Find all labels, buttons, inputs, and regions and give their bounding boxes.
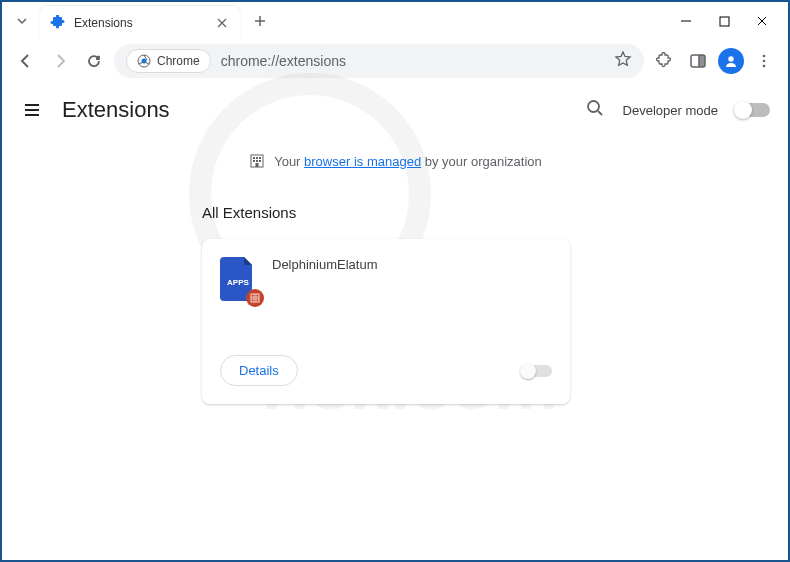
- tab-close-button[interactable]: [214, 15, 230, 31]
- developer-mode-label: Developer mode: [623, 103, 718, 118]
- svg-rect-25: [251, 294, 259, 302]
- extension-puzzle-icon: [50, 15, 66, 31]
- section-title: All Extensions: [202, 204, 788, 221]
- chrome-menu-button[interactable]: [750, 47, 778, 75]
- address-bar[interactable]: Chrome chrome://extensions: [114, 44, 644, 78]
- details-button[interactable]: Details: [220, 355, 298, 386]
- svg-rect-23: [256, 163, 259, 167]
- extension-card: APPS DelphiniumElatum Details: [202, 239, 570, 404]
- extension-enable-toggle[interactable]: [522, 365, 552, 377]
- search-button[interactable]: [585, 98, 605, 122]
- svg-point-12: [763, 60, 766, 63]
- page-header: Extensions Developer mode: [2, 82, 788, 138]
- svg-rect-20: [253, 160, 255, 162]
- window-controls: [676, 11, 780, 31]
- svg-line-15: [598, 111, 602, 115]
- svg-rect-19: [259, 157, 261, 159]
- managed-banner: Your browser is managed by your organiza…: [2, 138, 788, 184]
- svg-rect-9: [699, 55, 705, 67]
- url-text: chrome://extensions: [221, 53, 604, 69]
- tab-dropdown-button[interactable]: [10, 9, 34, 33]
- profile-avatar[interactable]: [718, 48, 744, 74]
- close-window-button[interactable]: [752, 11, 772, 31]
- reload-button[interactable]: [80, 47, 108, 75]
- svg-rect-21: [256, 160, 258, 162]
- site-chip[interactable]: Chrome: [126, 49, 211, 73]
- banner-prefix: Your: [274, 154, 304, 169]
- page-title: Extensions: [62, 97, 170, 123]
- tab-title: Extensions: [74, 16, 214, 30]
- menu-button[interactable]: [20, 98, 44, 122]
- forward-button[interactable]: [46, 47, 74, 75]
- svg-rect-18: [256, 157, 258, 159]
- minimize-button[interactable]: [676, 11, 696, 31]
- browser-toolbar: Chrome chrome://extensions: [2, 40, 788, 82]
- svg-point-10: [728, 56, 733, 61]
- titlebar: Extensions: [2, 2, 788, 40]
- extension-name: DelphiniumElatum: [272, 257, 378, 337]
- svg-text:APPS: APPS: [227, 278, 249, 287]
- svg-point-11: [763, 55, 766, 58]
- building-icon: [248, 152, 266, 170]
- banner-suffix: by your organization: [421, 154, 542, 169]
- svg-point-14: [588, 101, 599, 112]
- svg-rect-17: [253, 157, 255, 159]
- bookmark-star-icon[interactable]: [614, 50, 632, 72]
- extensions-menu-button[interactable]: [650, 47, 678, 75]
- extension-icon: APPS: [220, 257, 256, 301]
- managed-badge-icon: [246, 289, 264, 307]
- maximize-button[interactable]: [714, 11, 734, 31]
- svg-rect-4: [720, 17, 729, 26]
- side-panel-button[interactable]: [684, 47, 712, 75]
- back-button[interactable]: [12, 47, 40, 75]
- chrome-icon: [137, 54, 151, 68]
- browser-managed-link[interactable]: browser is managed: [304, 154, 421, 169]
- browser-tab[interactable]: Extensions: [40, 6, 240, 40]
- svg-rect-22: [259, 160, 261, 162]
- developer-mode-toggle[interactable]: [736, 103, 770, 117]
- svg-point-13: [763, 65, 766, 68]
- site-chip-label: Chrome: [157, 54, 200, 68]
- content-area: All Extensions APPS DelphiniumElatum Det…: [2, 184, 788, 404]
- new-tab-button[interactable]: [246, 7, 274, 35]
